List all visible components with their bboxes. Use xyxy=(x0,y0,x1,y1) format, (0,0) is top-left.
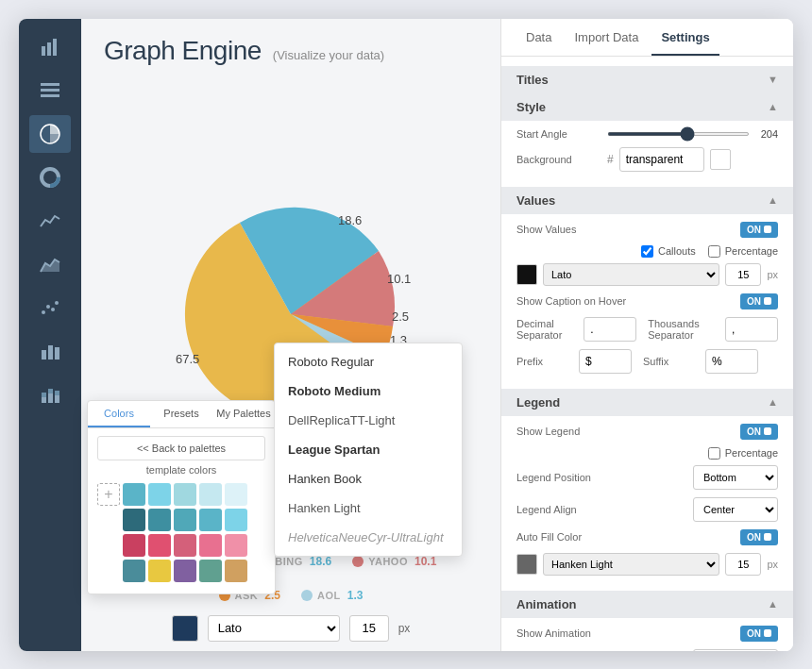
section-titles[interactable]: Titles ▼ xyxy=(501,66,793,93)
swatch-4-5[interactable] xyxy=(225,560,247,582)
swatch-4-2[interactable] xyxy=(148,560,171,582)
swatch-1-1[interactable] xyxy=(123,483,145,506)
sidebar-icon-donut[interactable] xyxy=(29,159,71,196)
palette-back-button[interactable]: << Back to palettes xyxy=(97,436,265,460)
palette-grid: + xyxy=(88,479,275,586)
swatch-3-5[interactable] xyxy=(225,534,247,557)
sidebar-icon-column[interactable] xyxy=(29,332,71,370)
thousands-sep-input[interactable] xyxy=(725,317,778,342)
tab-import[interactable]: Import Data xyxy=(565,19,648,56)
sidebar-icon-scatter[interactable] xyxy=(29,289,71,326)
legend-position-row: Legend Position Bottom xyxy=(516,465,778,490)
values-font-size[interactable] xyxy=(725,263,761,286)
section-animation[interactable]: Animation ▲ xyxy=(501,591,793,618)
values-font-select[interactable]: Lato xyxy=(543,263,719,286)
swatch-2-1[interactable] xyxy=(123,509,145,531)
auto-fill-toggle[interactable]: ON xyxy=(740,529,778,545)
swatch-4-3[interactable] xyxy=(174,560,196,582)
background-row: Background # xyxy=(516,147,778,172)
swatch-2-4[interactable] xyxy=(199,509,222,531)
callouts-checkbox[interactable] xyxy=(641,245,653,258)
palette-tab-mypalettes[interactable]: My Palettes xyxy=(212,401,275,427)
font-option-helvetica[interactable]: HelveticaNeueCyr-UltraLight xyxy=(275,523,462,552)
background-input[interactable] xyxy=(619,147,704,172)
suffix-label: Suffix xyxy=(643,356,700,367)
svg-rect-20 xyxy=(48,389,53,393)
swatch-3-1[interactable] xyxy=(123,534,145,557)
swatch-1-5[interactable] xyxy=(225,483,247,506)
palette-add-button[interactable]: + xyxy=(97,483,120,506)
show-legend-row: Show Legend ON xyxy=(516,424,778,440)
font-option-hanken-light[interactable]: Hanken Light xyxy=(275,493,462,523)
show-legend-label: Show Legend xyxy=(516,426,601,437)
font-size-input[interactable] xyxy=(349,615,389,642)
legend-font-color[interactable] xyxy=(516,554,537,575)
swatch-3-3[interactable] xyxy=(174,534,196,557)
tab-settings[interactable]: Settings xyxy=(651,19,719,56)
start-angle-row: Start Angle 204 xyxy=(516,128,778,140)
show-legend-toggle[interactable]: ON xyxy=(740,424,778,440)
decimal-sep-input[interactable] xyxy=(584,317,636,342)
section-legend[interactable]: Legend ▲ xyxy=(501,389,793,416)
background-label: Background xyxy=(516,154,601,165)
values-body: Show Values ON Callouts Percentage Lato … xyxy=(501,214,793,389)
background-color-preview[interactable] xyxy=(710,149,731,170)
show-values-toggle[interactable]: ON xyxy=(740,222,778,238)
tab-data[interactable]: Data xyxy=(516,19,561,56)
auto-fill-row: Auto Fill Color ON xyxy=(516,529,778,545)
sidebar-icon-bar[interactable] xyxy=(29,28,71,66)
show-caption-toggle[interactable]: ON xyxy=(740,293,778,309)
section-legend-label: Legend xyxy=(516,395,560,410)
svg-point-12 xyxy=(51,308,55,311)
legend-percentage-label: Percentage xyxy=(725,447,778,459)
legend-position-select[interactable]: Bottom xyxy=(693,465,778,490)
swatch-1-4[interactable] xyxy=(199,483,222,506)
section-values[interactable]: Values ▲ xyxy=(501,187,793,214)
swatch-2-5[interactable] xyxy=(225,509,247,531)
swatch-4-4[interactable] xyxy=(199,560,222,582)
palette-row-4 xyxy=(97,560,265,582)
palette-row-2 xyxy=(97,509,265,531)
sidebar xyxy=(19,19,81,651)
show-animation-label: Show Animation xyxy=(516,627,601,639)
font-option-league-spartan[interactable]: League Spartan xyxy=(275,435,462,464)
swatch-4-1[interactable] xyxy=(123,560,145,582)
font-option-dellreplica[interactable]: DellReplicaTT-Light xyxy=(275,406,462,435)
svg-rect-15 xyxy=(48,345,53,360)
section-style[interactable]: Style ▲ xyxy=(501,93,793,121)
swatch-2-2[interactable] xyxy=(148,509,171,531)
font-option-hanken-book[interactable]: Hanken Book xyxy=(275,464,462,493)
swatch-1-3[interactable] xyxy=(174,483,196,506)
svg-point-10 xyxy=(42,310,45,314)
suffix-input[interactable] xyxy=(705,349,758,374)
legend-px-label: px xyxy=(767,559,778,570)
values-font-color[interactable] xyxy=(516,264,537,285)
percentage-checkbox[interactable] xyxy=(708,245,720,258)
swatch-2-3[interactable] xyxy=(174,509,196,531)
sidebar-icon-list[interactable] xyxy=(29,72,71,109)
legend-font-select[interactable]: Hanken Light xyxy=(543,553,719,576)
values-px-label: px xyxy=(767,269,778,280)
sidebar-icon-stacked[interactable] xyxy=(29,376,71,413)
font-option-roboto-medium[interactable]: Roboto Medium xyxy=(275,376,462,406)
start-angle-slider[interactable] xyxy=(607,132,750,136)
palette-tab-presets[interactable]: Presets xyxy=(150,401,212,427)
auto-fill-label: Auto Fill Color xyxy=(516,531,601,543)
decimal-sep-row: Decimal Separator Thousands Separator xyxy=(516,317,778,342)
legend-align-select[interactable]: Center xyxy=(693,497,778,522)
sidebar-icon-line[interactable] xyxy=(29,202,71,240)
swatch-1-2[interactable] xyxy=(148,483,171,506)
sidebar-icon-area[interactable] xyxy=(29,245,71,283)
legend-percentage-checkbox[interactable] xyxy=(708,447,720,460)
show-animation-toggle[interactable]: ON xyxy=(740,626,778,642)
sidebar-icon-pie[interactable] xyxy=(29,115,71,153)
swatch-3-2[interactable] xyxy=(148,534,171,557)
swatch-3-4[interactable] xyxy=(199,534,222,557)
palette-tab-colors[interactable]: Colors xyxy=(88,401,150,427)
font-color-picker[interactable] xyxy=(172,615,198,642)
animation-type-select[interactable]: Bounce xyxy=(693,649,778,651)
font-option-roboto-regular[interactable]: Roboto Regular xyxy=(275,347,462,376)
font-select[interactable]: Lato xyxy=(208,615,340,642)
legend-font-size[interactable] xyxy=(725,553,761,576)
prefix-input[interactable] xyxy=(579,349,632,374)
